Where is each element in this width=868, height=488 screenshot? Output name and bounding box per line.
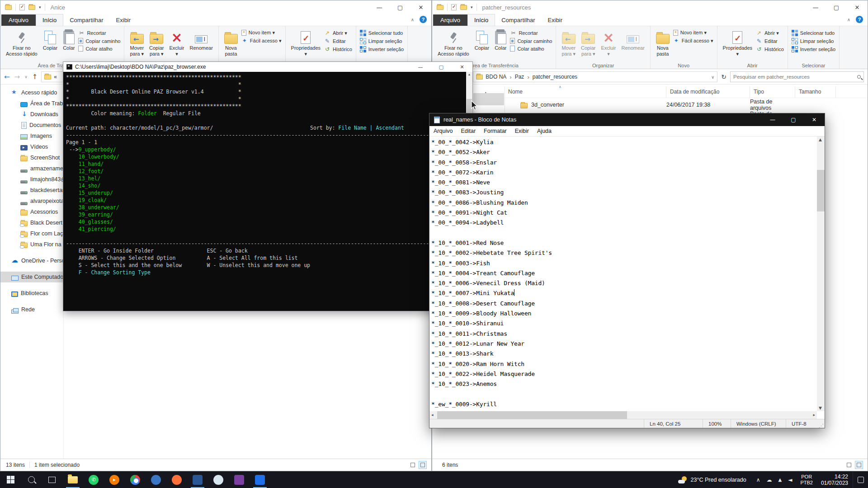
column-header-data-de-modificação[interactable]: Data de modificação xyxy=(666,86,750,98)
notepad-titlebar[interactable]: real_names - Bloco de Notas — ▢ ✕ xyxy=(429,113,825,126)
ribbon-button-recortar[interactable]: ✂Recortar xyxy=(78,30,120,36)
ribbon-button-colaratalho[interactable]: Colar atalho xyxy=(510,46,552,52)
tray-onedrive-icon[interactable]: ☁ xyxy=(766,477,772,483)
taskbar-app-app-blue[interactable] xyxy=(146,471,166,488)
ribbon-button-nova[interactable]: Novapasta xyxy=(222,28,240,59)
ribbon-button-propriedades[interactable]: Propriedades▾ xyxy=(289,28,323,59)
qat-customize-icon[interactable]: ▾ xyxy=(471,5,473,9)
tab-início[interactable]: Início xyxy=(467,14,495,26)
tray-network-icon[interactable]: ▲ xyxy=(778,477,782,482)
minimize-button[interactable]: — xyxy=(410,62,431,72)
breadcrumb-segment[interactable]: BDO NA xyxy=(486,74,506,80)
ribbon-button-histórico[interactable]: ↺Histórico xyxy=(324,46,352,52)
sidebar-item-acessorios[interactable]: Acessorios xyxy=(0,206,63,217)
minimize-button[interactable]: — xyxy=(805,0,826,14)
ribbon-button-selecionartudo[interactable]: Selecionar tudo xyxy=(360,30,404,36)
breadcrumb-segment[interactable]: Paz xyxy=(515,74,524,80)
ribbon-button-recortar[interactable]: ✂Recortar xyxy=(510,30,552,36)
task-view-button[interactable] xyxy=(42,471,62,488)
taskbar-app-app-steel[interactable] xyxy=(187,471,208,488)
taskbar-app-app-purple[interactable] xyxy=(229,471,250,488)
clock[interactable]: 14:22 01/07/2023 xyxy=(816,474,853,486)
sidebar-item-downloads[interactable]: Downloads xyxy=(0,109,63,120)
ribbon-button-copiar[interactable]: Copiar xyxy=(472,28,491,53)
taskbar-app-media-player[interactable]: ▸ xyxy=(104,471,125,488)
column-header-tamanho[interactable]: Tamanho xyxy=(795,86,836,98)
ribbon-button-limparseleção[interactable]: Limpar seleção xyxy=(792,38,835,44)
ribbon-button-propriedades[interactable]: Propriedades▾ xyxy=(721,28,755,59)
tab-exibir[interactable]: Exibir xyxy=(110,14,137,26)
tab-compartilhar[interactable]: Compartilhar xyxy=(63,14,109,26)
ribbon-button-fácilacesso[interactable]: ✦Fácil acesso ▾ xyxy=(241,38,282,44)
menu-arquivo[interactable]: Arquivo xyxy=(429,128,457,134)
tab-arquivo[interactable]: Arquivo xyxy=(1,14,36,26)
sidebar-item-rede[interactable]: Rede xyxy=(0,304,63,315)
titlebar[interactable]: ▾ Anice — ▢ ✕ xyxy=(0,0,431,14)
sidebar-item-alvaropeixotao8[interactable]: alvaropeixotao8 xyxy=(0,196,63,206)
address-bar[interactable]: BDO NA›Paz›patcher_resources ∨ xyxy=(473,71,717,82)
ribbon-button-inverterseleção[interactable]: Inverter seleção xyxy=(792,46,835,52)
menu-formatar[interactable]: Formatar xyxy=(480,128,511,134)
sidebar-item-bibliotecas[interactable]: Bibliotecas xyxy=(0,288,63,299)
ribbon-button-editar[interactable]: ✎Editar xyxy=(324,38,352,44)
ribbon-button-colar[interactable]: Colar xyxy=(492,28,509,53)
sidebar-item-uma-flor-na-cal[interactable]: Uma Flor na Cal xyxy=(0,239,63,250)
ribbon-button-editar[interactable]: ✎Editar xyxy=(756,38,784,44)
scroll-up-icon[interactable]: ▲ xyxy=(819,137,822,142)
start-button[interactable] xyxy=(0,471,21,488)
back-button[interactable]: ← xyxy=(4,73,10,81)
ribbon-button-histórico[interactable]: ↺Histórico xyxy=(756,46,784,52)
ribbon-button-copiar[interactable]: →Copiarpara ▾ xyxy=(147,28,166,59)
close-button[interactable]: ✕ xyxy=(452,62,472,72)
ribbon-button-mover[interactable]: ←Moverpara ▾ xyxy=(127,28,146,59)
qat-properties-icon[interactable] xyxy=(451,4,457,10)
scroll-right-icon[interactable]: ▸ xyxy=(813,413,815,417)
thumbnails-view-button[interactable] xyxy=(855,461,863,469)
scroll-up-icon[interactable]: ▲ xyxy=(466,73,472,76)
recent-locations-icon[interactable]: ∨ xyxy=(24,75,28,79)
tray-chevron-up-icon[interactable]: ∧ xyxy=(756,477,760,483)
ribbon-button-copiarcaminho[interactable]: Copiar caminho xyxy=(78,38,120,44)
notepad-text-area[interactable]: *_00_*_0042->Kylia*_00_*_0052->Aker*_00_… xyxy=(429,136,817,411)
ribbon-button-inverterseleção[interactable]: Inverter seleção xyxy=(360,46,404,52)
ribbon-collapse-icon[interactable]: ∧ xyxy=(411,17,414,22)
ribbon-button-limparseleção[interactable]: Limpar seleção xyxy=(360,38,404,44)
sidebar-item-black-desert-a[interactable]: Black Desert - A xyxy=(0,217,63,228)
notepad-vscrollbar[interactable]: ▲ ▼ xyxy=(817,136,825,411)
thumbnails-view-button[interactable] xyxy=(419,461,427,469)
sidebar-item-flor-com-laço[interactable]: Flor com Laço xyxy=(0,228,63,239)
ribbon-button-novoitem[interactable]: Novo item ▾ xyxy=(241,30,282,36)
ribbon-button-colaratalho[interactable]: Colar atalho xyxy=(78,46,120,52)
maximize-button[interactable]: ▢ xyxy=(431,62,452,72)
column-header-nome[interactable]: Nome∧ xyxy=(505,86,666,98)
tray-volume-icon[interactable]: ◄ xyxy=(788,477,792,483)
ribbon-button-selecionartudo[interactable]: Selecionar tudo xyxy=(792,30,835,36)
details-view-button[interactable] xyxy=(845,461,853,469)
scrollbar-thumb[interactable] xyxy=(437,411,627,419)
language-indicator[interactable]: POR PTB2 xyxy=(797,474,816,486)
maximize-button[interactable]: ▢ xyxy=(783,113,804,126)
tab-início[interactable]: Início xyxy=(36,14,63,26)
minimize-button[interactable]: — xyxy=(369,0,390,14)
sidebar-item-onedrive-perso[interactable]: OneDrive - Perso xyxy=(0,255,63,266)
qat-customize-icon[interactable]: ▾ xyxy=(39,5,41,9)
console-titlebar[interactable]: C:\Users\limaj\Desktop\BDO NA\Paz\paz_br… xyxy=(63,62,472,72)
scroll-left-icon[interactable]: ◂ xyxy=(431,413,434,417)
close-button[interactable]: ✕ xyxy=(410,0,431,14)
taskbar-app-file-explorer[interactable] xyxy=(62,471,83,488)
sidebar-item-imagens[interactable]: Imagens xyxy=(0,131,63,141)
ribbon-button-fixarno[interactable]: Fixar noAcesso rápido xyxy=(435,28,472,59)
scroll-down-icon[interactable]: ▼ xyxy=(819,406,822,410)
menu-editar[interactable]: Editar xyxy=(457,128,480,134)
column-header-tipo[interactable]: Tipo xyxy=(750,86,795,98)
forward-button[interactable]: → xyxy=(14,73,20,81)
weather-widget[interactable]: 23°C Pred ensolarado xyxy=(673,471,752,488)
console-output[interactable]: ****************************************… xyxy=(63,72,472,311)
close-button[interactable]: ✕ xyxy=(847,0,868,14)
sidebar-item-acesso-rápido[interactable]: Acesso rápido xyxy=(0,87,63,98)
breadcrumb-segment[interactable]: patcher_resources xyxy=(533,74,577,80)
maximize-button[interactable]: ▢ xyxy=(390,0,410,14)
ribbon-button-abrir[interactable]: ↗Abrir ▾ xyxy=(324,30,352,36)
qat-newfolder-icon[interactable] xyxy=(28,5,35,10)
ribbon-button-excluir[interactable]: ×Excluir▾ xyxy=(167,28,186,59)
